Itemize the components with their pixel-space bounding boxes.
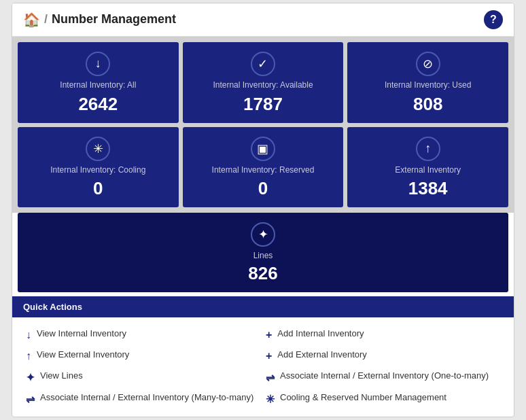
- internal-available-label: Internal Inventory: Available: [213, 80, 313, 91]
- qa-associate-many[interactable]: ⇌ Associate Internal / External Inventor…: [23, 388, 263, 410]
- cooling-reserved-icon: ✳: [266, 393, 275, 406]
- view-external-icon: ↑: [26, 350, 31, 362]
- qa-add-external[interactable]: + Add External Inventory: [263, 345, 503, 366]
- help-button[interactable]: ?: [484, 10, 503, 29]
- external-label: External Inventory: [395, 165, 461, 176]
- header-left: 🏠 / Number Management: [23, 12, 176, 28]
- stat-card-internal-available[interactable]: ✓ Internal Inventory: Available 1787: [183, 42, 344, 123]
- qa-cooling-reserved[interactable]: ✳ Cooling & Reserved Number Management: [263, 388, 503, 410]
- internal-used-value: 808: [413, 94, 442, 115]
- view-lines-label: View Lines: [40, 370, 83, 382]
- stat-card-external[interactable]: ↑ External Inventory 1384: [347, 127, 508, 208]
- lines-value: 826: [248, 263, 277, 284]
- internal-cooling-value: 0: [93, 178, 103, 199]
- qa-associate-one[interactable]: ⇌ Associate Internal / External Inventor…: [263, 366, 503, 388]
- internal-used-label: Internal Inventory: Used: [385, 80, 471, 91]
- stat-card-internal-used[interactable]: ⊘ Internal Inventory: Used 808: [347, 42, 508, 123]
- associate-one-icon: ⇌: [266, 371, 275, 384]
- add-external-label: Add External Inventory: [277, 349, 367, 361]
- quick-actions-body: ↓ View Internal Inventory ↑ View Externa…: [12, 317, 514, 417]
- internal-all-icon: ↓: [86, 52, 110, 76]
- qa-view-internal[interactable]: ↓ View Internal Inventory: [23, 324, 263, 345]
- qa-view-external[interactable]: ↑ View External Inventory: [23, 345, 263, 366]
- internal-cooling-icon: ✳: [86, 137, 110, 161]
- internal-reserved-label: Internal Inventory: Reserved: [212, 165, 315, 176]
- view-lines-icon: ✦: [26, 371, 35, 384]
- qa-view-lines[interactable]: ✦ View Lines: [23, 366, 263, 388]
- associate-many-icon: ⇌: [26, 393, 35, 406]
- associate-many-label: Associate Internal / External Inventory …: [40, 392, 253, 404]
- internal-reserved-value: 0: [258, 178, 268, 199]
- external-value: 1384: [408, 178, 448, 199]
- internal-all-value: 2642: [78, 94, 118, 115]
- home-icon[interactable]: 🏠: [23, 12, 40, 28]
- quick-actions-header: Quick Actions: [12, 296, 514, 317]
- cooling-reserved-label: Cooling & Reserved Number Management: [280, 392, 446, 404]
- external-icon: ↑: [416, 137, 440, 161]
- internal-cooling-label: Internal Inventory: Cooling: [50, 165, 145, 176]
- main-container: 🏠 / Number Management ? ↓ Internal Inven…: [12, 3, 514, 417]
- internal-available-icon: ✓: [251, 52, 275, 76]
- internal-used-icon: ⊘: [416, 52, 440, 76]
- internal-available-value: 1787: [243, 94, 283, 115]
- stats-grid: ↓ Internal Inventory: All 2642 ✓ Interna…: [12, 37, 514, 213]
- lines-icon: ✦: [251, 222, 275, 247]
- qa-add-internal[interactable]: + Add Internal Inventory: [263, 324, 503, 345]
- lines-card[interactable]: ✦ Lines 826: [18, 213, 508, 292]
- associate-one-label: Associate Internal / External Inventory …: [280, 370, 489, 382]
- stat-card-internal-all[interactable]: ↓ Internal Inventory: All 2642: [18, 42, 179, 123]
- internal-reserved-icon: ▣: [251, 137, 275, 161]
- breadcrumb-separator: /: [44, 12, 48, 27]
- view-external-label: View External Inventory: [37, 349, 129, 361]
- header: 🏠 / Number Management ?: [12, 3, 514, 37]
- quick-actions-right: + Add Internal Inventory + Add External …: [263, 324, 503, 410]
- stat-card-internal-reserved[interactable]: ▣ Internal Inventory: Reserved 0: [183, 127, 344, 208]
- add-internal-icon: +: [266, 329, 272, 341]
- view-internal-icon: ↓: [26, 329, 31, 341]
- internal-all-label: Internal Inventory: All: [60, 80, 136, 91]
- add-external-icon: +: [266, 350, 272, 362]
- page-title: Number Management: [52, 12, 176, 27]
- quick-actions-left: ↓ View Internal Inventory ↑ View Externa…: [23, 324, 263, 410]
- lines-label: Lines: [253, 251, 273, 260]
- view-internal-label: View Internal Inventory: [37, 328, 126, 340]
- stat-card-internal-cooling[interactable]: ✳ Internal Inventory: Cooling 0: [18, 127, 179, 208]
- add-internal-label: Add Internal Inventory: [277, 328, 364, 340]
